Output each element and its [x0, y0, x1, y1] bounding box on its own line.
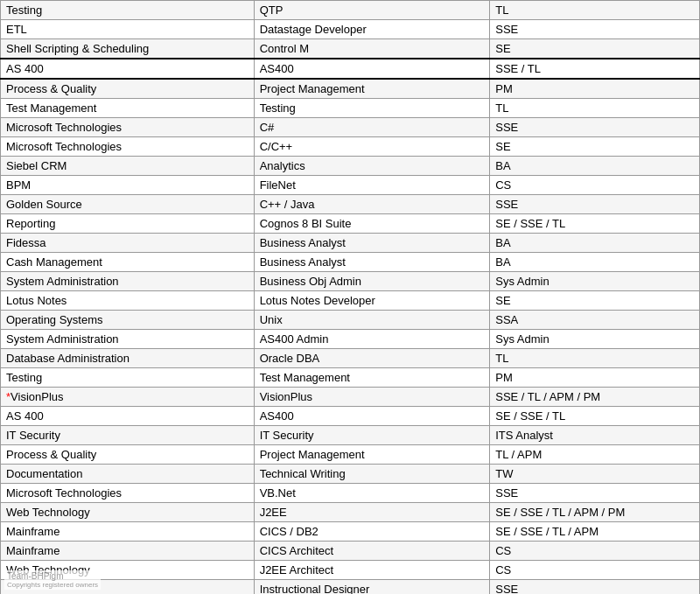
watermark-line2: Copyrights registered owners: [7, 581, 98, 589]
table-cell-col2: C++ / Java: [254, 195, 490, 214]
table-cell-col1: Cash Management: [1, 253, 255, 272]
table-cell-col2: Test Management: [254, 368, 490, 388]
table-cell-col2: VB.Net: [254, 484, 490, 503]
table-cell-col1: Microsoft Technologies: [1, 118, 255, 137]
table-cell-col3: PM: [490, 79, 700, 99]
table-cell-col1: ETL: [1, 20, 255, 39]
table-cell-col1: AS 400: [1, 59, 255, 79]
table-cell-col3: SSA: [490, 311, 700, 330]
table-cell-col2: Instructional Designer: [254, 580, 490, 595]
table-cell-col2: Unix: [254, 311, 490, 330]
table-cell-col1: Shell Scripting & Scheduling: [1, 39, 255, 59]
table-cell-col3: BA: [490, 234, 700, 253]
table-cell-col2: FileNet: [254, 176, 490, 195]
table-cell-col1: BPM: [1, 176, 255, 195]
table-cell-col1: Test Management: [1, 99, 255, 118]
data-table: TestingQTPTLETLDatastage DeveloperSSEShe…: [0, 0, 700, 594]
table-cell-col1: Process & Quality: [1, 445, 255, 465]
table-cell-col3: TW: [490, 465, 700, 484]
table-cell-col2: Datastage Developer: [254, 20, 490, 39]
table-cell-col3: BA: [490, 253, 700, 272]
table-cell-col1: Siebel CRM: [1, 157, 255, 176]
table-cell-col2: Business Analyst: [254, 234, 490, 253]
table-cell-col1: Golden Source: [1, 195, 255, 214]
table-cell-col3: BA: [490, 157, 700, 176]
table-cell-col3: SSE / TL / APM / PM: [490, 388, 700, 407]
table-cell-col1: Reporting: [1, 214, 255, 234]
table-cell-col1: Fidessa: [1, 234, 255, 253]
table-cell-col3: PM: [490, 368, 700, 388]
table-cell-col3: SSE: [490, 580, 700, 595]
table-cell-col3: ITS Analyst: [490, 426, 700, 445]
table-cell-col2: IT Security: [254, 426, 490, 445]
table-cell-col3: SE / SSE / TL / APM: [490, 522, 700, 542]
table-cell-col3: SE: [490, 39, 700, 59]
table-cell-col3: SSE: [490, 118, 700, 137]
table-cell-col3: TL: [490, 1, 700, 20]
table-cell-col3: SE: [490, 291, 700, 311]
watermark: Team-BHPigm Copyrights registered owners: [4, 570, 101, 590]
table-cell-col2: Technical Writing: [254, 465, 490, 484]
table-cell-col3: TL / APM: [490, 445, 700, 465]
table-cell-col2: QTP: [254, 1, 490, 20]
table-cell-col2: CICS Architect: [254, 542, 490, 561]
table-cell-col3: CS: [490, 561, 700, 580]
table-cell-col2: Lotus Notes Developer: [254, 291, 490, 311]
table-cell-col3: SE / SSE / TL: [490, 214, 700, 234]
table-cell-col2: J2EE Architect: [254, 561, 490, 580]
watermark-line1: Team-BHPigm: [7, 571, 98, 581]
table-cell-col2: Analytics: [254, 157, 490, 176]
table-cell-col3: SE / SSE / TL / APM / PM: [490, 503, 700, 522]
table-cell-col2: AS400: [254, 407, 490, 426]
table-cell-col1: Mainframe: [1, 522, 255, 542]
table-cell-col1: System Administration: [1, 272, 255, 291]
table-cell-col2: J2EE: [254, 503, 490, 522]
table-cell-col2: AS400 Admin: [254, 330, 490, 349]
table-cell-col3: SE / SSE / TL: [490, 407, 700, 426]
table-cell-col3: TL: [490, 99, 700, 118]
table-cell-col3: SSE: [490, 20, 700, 39]
table-cell-col2: Business Analyst: [254, 253, 490, 272]
table-cell-col1: Database Administration: [1, 349, 255, 368]
table-cell-col1: Process & Quality: [1, 79, 255, 99]
table-cell-col3: TL: [490, 349, 700, 368]
table-cell-col3: CS: [490, 176, 700, 195]
table-cell-col1: Mainframe: [1, 542, 255, 561]
table-cell-col3: Sys Admin: [490, 330, 700, 349]
table-cell-col2: Control M: [254, 39, 490, 59]
table-cell-col3: SSE: [490, 484, 700, 503]
table-cell-col2: Testing: [254, 99, 490, 118]
table-cell-col3: Sys Admin: [490, 272, 700, 291]
table-cell-col3: SE: [490, 137, 700, 157]
table-cell-col1: Documentation: [1, 465, 255, 484]
table-cell-col1: Operating Systems: [1, 311, 255, 330]
main-container: TestingQTPTLETLDatastage DeveloperSSEShe…: [0, 0, 700, 594]
table-cell-col3: SSE / TL: [490, 59, 700, 79]
table-cell-col1: Microsoft Technologies: [1, 137, 255, 157]
table-cell-col2: C/C++: [254, 137, 490, 157]
table-cell-col1: Microsoft Technologies: [1, 484, 255, 503]
table-cell-col2: VisionPlus: [254, 388, 490, 407]
table-cell-col1: Testing: [1, 1, 255, 20]
table-cell-col3: SSE: [490, 195, 700, 214]
table-cell-col2: Business Obj Admin: [254, 272, 490, 291]
table-cell-col2: Cognos 8 BI Suite: [254, 214, 490, 234]
table-cell-col1: IT Security: [1, 426, 255, 445]
table-cell-col2: C#: [254, 118, 490, 137]
table-cell-col1: *VisionPlus: [1, 388, 255, 407]
table-cell-col1: System Administration: [1, 330, 255, 349]
table-cell-col2: AS400: [254, 59, 490, 79]
table-cell-col2: Project Management: [254, 79, 490, 99]
table-cell-col2: Oracle DBA: [254, 349, 490, 368]
table-cell-col2: CICS / DB2: [254, 522, 490, 542]
table-cell-col1: Web Technology: [1, 503, 255, 522]
table-cell-col1: Lotus Notes: [1, 291, 255, 311]
table-cell-col1: Testing: [1, 368, 255, 388]
table-cell-col1: AS 400: [1, 407, 255, 426]
table-cell-col3: CS: [490, 542, 700, 561]
table-cell-col2: Project Management: [254, 445, 490, 465]
